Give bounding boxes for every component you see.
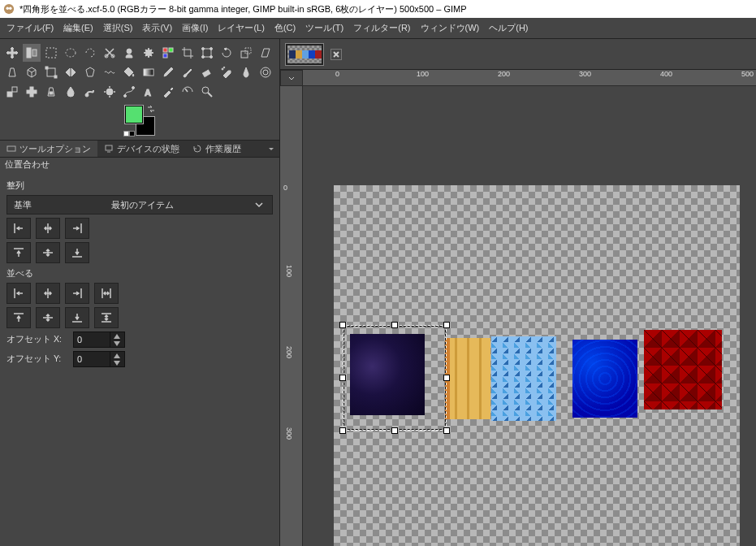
airbrush-tool[interactable] [218, 63, 235, 81]
layer-redcube[interactable] [644, 330, 722, 410]
menu-layer[interactable]: レイヤー(L) [213, 19, 269, 37]
offset-x-up[interactable] [110, 332, 123, 340]
rotate-tool[interactable] [218, 44, 235, 62]
crop-tool[interactable] [179, 44, 197, 62]
eraser-tool[interactable] [198, 63, 216, 81]
menu-file[interactable]: ファイル(F) [2, 19, 58, 37]
offset-y-up[interactable] [110, 352, 123, 359]
foreground-color[interactable] [125, 106, 143, 124]
distribute-hgap-button[interactable] [94, 283, 119, 304]
align-hcenter-button[interactable] [36, 218, 60, 239]
text-tool[interactable]: A [140, 83, 158, 101]
close-image-button[interactable] [330, 49, 342, 60]
handle-s[interactable] [391, 427, 398, 434]
rect-select-tool[interactable] [42, 44, 60, 62]
offset-x-value[interactable] [74, 335, 110, 344]
scale-tool[interactable] [237, 44, 255, 62]
menu-select[interactable]: 選択(S) [98, 19, 138, 37]
align-right-button[interactable] [65, 218, 89, 239]
cage-tool[interactable] [81, 63, 99, 81]
move-tool[interactable] [3, 44, 21, 62]
menu-view[interactable]: 表示(V) [137, 19, 177, 37]
foreground-select-tool[interactable] [120, 44, 138, 62]
perspective-tool[interactable] [3, 63, 21, 81]
image-thumbnail[interactable] [285, 43, 324, 66]
layer-wood[interactable] [445, 338, 490, 419]
paintbrush-tool[interactable] [179, 63, 197, 81]
layer-bluepix[interactable] [491, 336, 556, 421]
bucket-fill-tool[interactable] [120, 63, 138, 81]
smudge-tool[interactable] [81, 83, 99, 101]
unified-transform-tool[interactable] [198, 44, 216, 62]
heal-tool[interactable] [23, 83, 41, 101]
offset-y-value[interactable] [74, 354, 110, 364]
handle-nw[interactable] [339, 322, 346, 328]
shear-tool[interactable] [257, 44, 274, 62]
menu-windows[interactable]: ウィンドウ(W) [416, 19, 485, 37]
menu-filters[interactable]: フィルター(R) [348, 19, 415, 37]
distribute-right-button[interactable] [65, 283, 89, 304]
ruler-vertical[interactable]: 0 100 200 300 [280, 86, 303, 546]
align-left-button[interactable] [6, 218, 31, 239]
tab-tool-options[interactable]: ツールオプション [0, 141, 97, 157]
align-top-button[interactable] [6, 242, 31, 263]
menu-edit[interactable]: 編集(E) [58, 19, 98, 37]
tab-undo-history[interactable]: 作業履歴 [186, 141, 248, 157]
swap-colors-icon[interactable] [146, 104, 156, 114]
handle-sw[interactable] [339, 427, 346, 434]
layer-water[interactable] [572, 340, 637, 418]
dock-menu-icon[interactable] [266, 144, 276, 154]
by-color-select-tool[interactable] [159, 44, 177, 62]
color-picker-tool[interactable] [159, 83, 177, 101]
gradient-tool[interactable] [140, 63, 158, 81]
distribute-vcenter-button[interactable] [36, 307, 60, 328]
ruler-horizontal[interactable]: 0 100 200 300 400 500 [303, 70, 756, 86]
menu-image[interactable]: 画像(I) [177, 19, 213, 37]
free-select-tool[interactable] [81, 44, 99, 62]
canvas[interactable] [303, 86, 756, 546]
svg-point-35 [106, 89, 113, 95]
fuzzy-select-tool[interactable] [140, 44, 158, 62]
align-vcenter-button[interactable] [36, 242, 60, 263]
handle-ne[interactable] [443, 322, 450, 328]
pencil-tool[interactable] [159, 63, 177, 81]
handle-transform-tool[interactable] [42, 63, 60, 81]
distribute-bottom-button[interactable] [65, 307, 89, 328]
ruler-origin-button[interactable] [280, 70, 303, 86]
blur-tool[interactable] [62, 83, 80, 101]
flip-tool[interactable] [62, 63, 80, 81]
warp-tool[interactable] [101, 63, 119, 81]
clone-tool[interactable] [3, 83, 21, 101]
dodge-burn-tool[interactable] [101, 83, 119, 101]
color-swatch[interactable] [125, 106, 154, 135]
handle-se[interactable] [443, 427, 450, 434]
tab-device-status[interactable]: デバイスの状態 [97, 141, 186, 157]
menu-tools[interactable]: ツール(T) [300, 19, 348, 37]
handle-e[interactable] [443, 375, 450, 381]
offset-y-input[interactable] [73, 351, 125, 367]
scissors-tool[interactable] [101, 44, 119, 62]
handle-w[interactable] [339, 375, 346, 381]
reference-select[interactable]: 基準 最初のアイテム [6, 195, 273, 214]
align-tool[interactable] [23, 44, 41, 62]
distribute-top-button[interactable] [6, 307, 31, 328]
offset-x-down[interactable] [110, 340, 123, 347]
menu-colors[interactable]: 色(C) [270, 19, 300, 37]
default-colors-icon[interactable] [123, 131, 135, 136]
paths-tool[interactable] [120, 83, 138, 101]
mypaint-brush-tool[interactable] [257, 63, 274, 81]
distribute-vgap-button[interactable] [94, 307, 119, 328]
distribute-left-button[interactable] [6, 283, 31, 304]
measure-tool[interactable] [179, 83, 197, 101]
align-bottom-button[interactable] [65, 242, 89, 263]
offset-x-input[interactable] [73, 332, 125, 348]
3d-transform-tool[interactable] [23, 63, 41, 81]
zoom-tool[interactable] [198, 83, 216, 101]
ink-tool[interactable] [237, 63, 255, 81]
ellipse-select-tool[interactable] [62, 44, 80, 62]
handle-n[interactable] [391, 322, 398, 328]
menu-help[interactable]: ヘルプ(H) [484, 19, 533, 37]
offset-y-down[interactable] [110, 359, 123, 366]
distribute-hcenter-button[interactable] [36, 283, 60, 304]
perspective-clone-tool[interactable] [42, 83, 60, 101]
